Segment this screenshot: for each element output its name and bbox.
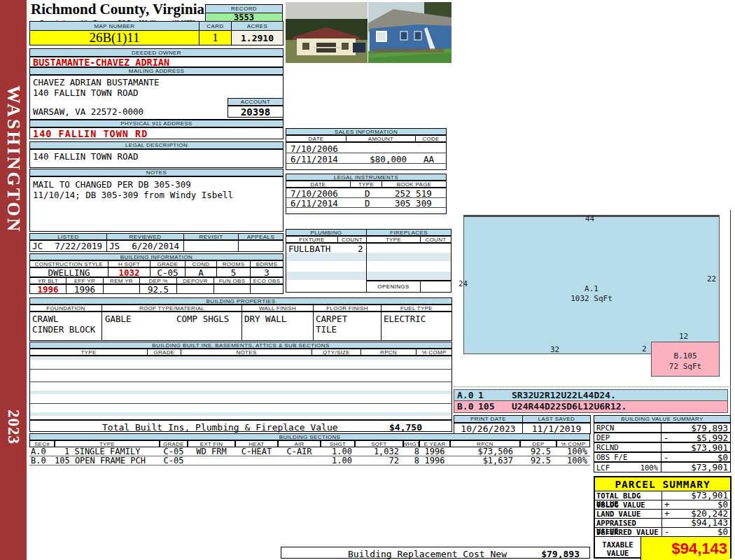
legal-description-box: 140 FALLIN TOWN ROAD: [29, 149, 284, 168]
legal-instruments-header: LEGAL INSTRUMENTS: [286, 174, 447, 181]
remyr-value: [103, 284, 140, 294]
replacement-cost-row: Building Replacement Cost New $79,893: [281, 547, 590, 559]
roof-material: COMP SHGLS: [176, 314, 229, 324]
building-properties-header: BUILDING PROPERTIES: [29, 298, 452, 304]
bi-qty-header: QTY/SIZE: [312, 349, 361, 356]
sketch-section-b: B.105 72 SqFt: [651, 342, 720, 377]
legal-instrument-row: 6/11/2014 D 305 309: [286, 198, 446, 208]
building-information-header: BUILDING INFORMATION: [29, 253, 284, 260]
sketch-code-row-b: B.0 105 U24R44D22SD6L12U6R12.: [454, 401, 728, 413]
sketch-dim-left: 24: [458, 279, 468, 288]
plumbing-header: PLUMBING: [286, 229, 367, 236]
legal-instruments-table: 7/10/2006 D 252 519 6/11/2014 D 305 309: [286, 188, 447, 214]
foundation-header: FOUNDATION: [29, 304, 102, 312]
fuel-type-header: FUEL TYPE: [381, 304, 452, 312]
li-bookpage-header: BOOK PAGE: [382, 181, 447, 188]
cond-value: A: [185, 267, 217, 277]
listed-value: JC7/22/2019: [29, 240, 107, 252]
reviewed-by: JS: [109, 241, 120, 251]
building-sections-header: BUILDING SECTIONS: [29, 433, 590, 440]
construction-style-value: DWELLING: [29, 267, 108, 277]
last-saved-header: LAST SAVED: [522, 415, 591, 423]
wall-finish-value: DRY WALL: [241, 312, 314, 341]
effyr-header: EFF YR: [66, 277, 104, 284]
replacement-cost-label: Building Replacement Cost New: [348, 549, 507, 559]
bi-grade-header: GRADE: [147, 349, 181, 356]
bdrms-header: BDRMS: [250, 260, 284, 267]
sales-amount-header: AMOUNT: [346, 135, 416, 142]
rooms-header: ROOMS: [216, 260, 251, 267]
bvs-lcf-pct: 100%: [640, 463, 658, 472]
fixture-value: FULLBATH: [288, 244, 330, 254]
photo-side: [368, 2, 451, 63]
sketch-code-row-a: A.0 1 SR32U2R12U22L44D24.: [454, 389, 728, 401]
wall-finish-header: WALL FINISH: [241, 304, 314, 312]
effyr-value: 1996: [66, 284, 104, 294]
sketch-dim-right: 22: [707, 274, 716, 284]
reviewed-value: JS6/20/2014: [106, 240, 184, 252]
fireplace-type-header: TYPE: [366, 236, 421, 243]
floor-finish-header: FLOOR FINISH: [313, 304, 382, 312]
print-date-value: 10/26/2023: [454, 423, 523, 434]
sketch-dim-bottom: 32: [550, 345, 559, 354]
photo-front: [286, 2, 368, 63]
fixture-header: FIXTURE: [286, 236, 338, 243]
sketch-panel-bottom-border: [454, 386, 731, 387]
mailing-line: 140 FALLIN TOWN ROAD: [33, 88, 139, 98]
sketch-b-name: B.105: [673, 351, 696, 360]
sketch-dim-top: 44: [585, 214, 594, 223]
bvs-label-rclnd: RCLND: [594, 442, 662, 452]
tax-year-label: 2023: [4, 410, 22, 465]
bvs-value-dep: - $5,992: [661, 433, 731, 442]
taxable-value-row: TAXABLE VALUE $94,143: [595, 537, 730, 560]
yrblt-header: YR BLT: [29, 277, 66, 284]
funobs-value: [214, 284, 251, 294]
sales-table: 7/10/2006 6/11/2014 $80,000 AA: [286, 142, 447, 170]
note-line: MAIL TO CHANGED PER DB 305-309: [33, 179, 191, 190]
acres-value: 1.2910: [231, 30, 284, 46]
page-title: Richmond County, Virginia: [31, 1, 204, 18]
acres-header: ACRES: [231, 21, 284, 31]
openings-label: OPENINGS: [366, 281, 421, 293]
legal-description-header: LEGAL DESCRIPTION: [29, 141, 284, 149]
revisit-value: [183, 240, 239, 252]
roof-value: GABLE COMP SHGLS: [102, 312, 242, 341]
dep-pct-value: 92.5: [139, 284, 177, 294]
plumbing-body: FULLBATH 2: [286, 243, 367, 293]
parcel-op: +: [664, 510, 670, 518]
bi-comp-header: % COMP: [416, 349, 452, 356]
floor-finish-value: CARPET TILE: [313, 312, 382, 341]
sketch-a-name: A.1: [584, 284, 598, 293]
notes-box: MAIL TO CHANGED PER DB 305-309 11/10/14;…: [29, 176, 284, 232]
parcel-op: -: [664, 528, 670, 536]
depovr-header: DEPOVR: [176, 277, 214, 284]
li-type-header: TYPE: [350, 181, 382, 188]
legal-instrument-row: 7/10/2006 D 252 519: [286, 188, 446, 198]
cond-header: COND: [185, 260, 217, 267]
built-ins-empty-rows: [29, 356, 452, 420]
parcel-summary: PARCEL SUMMARY TOTAL BLDG VALUE $73,901 …: [594, 476, 732, 559]
deeded-owner-value: BUSTAMANTE-CHAVEZ ADRIAN: [29, 57, 284, 67]
hsqft-header: H SQFT: [108, 260, 150, 267]
reviewed-header: REVIEWED: [106, 233, 184, 240]
physical-address-value: 140 FALLIN TOWN RD: [29, 127, 284, 139]
physical-address-header: PHYSICAL 911 ADDRESS: [29, 120, 284, 127]
hsqft-value: 1032: [108, 267, 150, 277]
built-ins-header: BUILDING BUILT INS, BASEMENTS, ATTICS & …: [29, 342, 452, 349]
fixture-count-header: COUNT: [337, 236, 367, 243]
mailing-line: WARSAW, VA 22572-0000: [33, 106, 144, 117]
print-date-header: PRINT DATE: [454, 415, 523, 423]
roof-header: ROOF TYPE/MATERIAL: [102, 304, 242, 312]
grade-value: C-05: [150, 267, 186, 277]
legal-description-value: 140 FALLIN TOWN ROAD: [33, 151, 139, 162]
bvs-label-obs: OBS F/E: [594, 452, 662, 462]
appeals-header: APPEALS: [238, 233, 284, 240]
district-label: WASHINGTON: [3, 85, 24, 239]
built-ins-total-label: Total Built Ins, Plumbing & Fireplace Va…: [102, 422, 338, 433]
fireplace-count-header: COUNT: [420, 236, 451, 243]
dep-pct-header: DEP %: [139, 277, 177, 284]
last-saved-value: 11/1/2019: [522, 423, 591, 434]
photo-side-image: [368, 2, 451, 63]
li-date-header: DATE: [286, 181, 351, 188]
sales-row: 7/10/2006: [286, 143, 446, 153]
